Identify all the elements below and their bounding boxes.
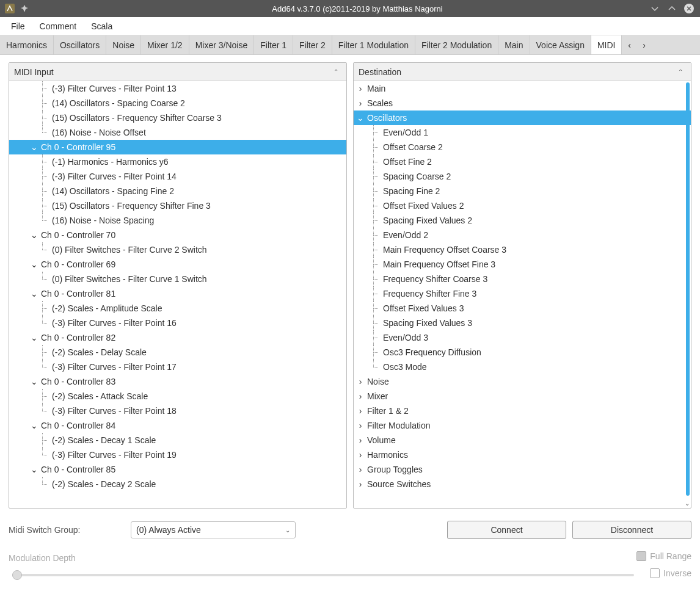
- tree-item[interactable]: Offset Fixed Values 2: [365, 198, 691, 213]
- tree-item[interactable]: Offset Fixed Values 3: [365, 301, 691, 316]
- chevron-right-icon[interactable]: ›: [356, 99, 365, 107]
- tree-item[interactable]: ⌄Ch 0 - Controller 84: [9, 418, 346, 433]
- tree-item[interactable]: Offset Coarse 2: [365, 140, 691, 154]
- tree-item[interactable]: ⌄Ch 0 - Controller 69: [9, 257, 346, 272]
- inverse-checkbox[interactable]: [650, 568, 660, 578]
- tree-item[interactable]: ⌄Ch 0 - Controller 85: [9, 462, 346, 477]
- menu-scala[interactable]: Scala: [84, 19, 120, 34]
- tree-item[interactable]: (-3) Filter Curves - Filter Point 14: [9, 169, 346, 184]
- destination-tree[interactable]: ›Main›Scales⌄OscillatorsEven/Odd 1Offset…: [354, 81, 691, 491]
- tab-main[interactable]: Main: [498, 35, 530, 54]
- tree-item[interactable]: (-3) Filter Curves - Filter Point 18: [9, 404, 346, 418]
- tree-item[interactable]: ›Main: [354, 81, 691, 96]
- tree-item[interactable]: ⌄Ch 0 - Controller 81: [9, 286, 346, 301]
- tree-item[interactable]: ›Filter Modulation: [354, 418, 691, 433]
- chevron-right-icon[interactable]: ›: [356, 421, 365, 430]
- chevron-down-icon[interactable]: ⌄: [30, 333, 38, 342]
- tree-item[interactable]: (-2) Scales - Delay Scale: [9, 345, 346, 360]
- chevron-right-icon[interactable]: ›: [356, 465, 365, 474]
- scroll-up-icon[interactable]: ⌃: [675, 68, 686, 75]
- tree-item[interactable]: ›Group Toggles: [354, 462, 691, 477]
- tree-item[interactable]: ⌄Ch 0 - Controller 82: [9, 330, 346, 345]
- tree-item[interactable]: (-2) Scales - Decay 2 Scale: [9, 477, 346, 491]
- scroll-down-icon[interactable]: ⌄: [684, 498, 691, 508]
- tree-item[interactable]: Frequency Shifter Fine 3: [365, 286, 691, 301]
- tree-item[interactable]: ›Filter 1 & 2: [354, 404, 691, 418]
- tab-mixer-3-noise[interactable]: Mixer 3/Noise: [189, 35, 255, 54]
- tree-item[interactable]: (16) Noise - Noise Offset: [9, 125, 346, 140]
- tree-item[interactable]: ›Mixer: [354, 389, 691, 404]
- chevron-down-icon[interactable]: ⌄: [30, 421, 38, 430]
- tree-item[interactable]: Spacing Fine 2: [365, 184, 691, 198]
- tab-scroll-right[interactable]: ›: [636, 35, 651, 54]
- tree-item[interactable]: Spacing Fixed Values 2: [365, 213, 691, 228]
- tree-item[interactable]: Even/Odd 1: [365, 125, 691, 140]
- tree-item[interactable]: (14) Oscillators - Spacing Fine 2: [9, 184, 346, 198]
- chevron-down-icon[interactable]: ⌄: [30, 260, 38, 269]
- tree-item[interactable]: ›Volume: [354, 433, 691, 447]
- midi-input-tree[interactable]: (-3) Filter Curves - Filter Point 13(14)…: [9, 81, 346, 491]
- chevron-down-icon[interactable]: ⌄: [30, 289, 38, 298]
- tab-filter-2[interactable]: Filter 2: [293, 35, 332, 54]
- close-button[interactable]: [683, 2, 695, 15]
- tab-voice-assign[interactable]: Voice Assign: [530, 35, 591, 54]
- tab-filter-2-modulation[interactable]: Filter 2 Modulation: [415, 35, 498, 54]
- tree-item[interactable]: ⌄Oscillators: [354, 110, 691, 125]
- chevron-down-icon[interactable]: ⌄: [30, 465, 38, 474]
- tree-item[interactable]: Offset Fine 2: [365, 154, 691, 169]
- chevron-right-icon[interactable]: ›: [356, 377, 365, 386]
- tab-midi[interactable]: MIDI: [591, 35, 622, 54]
- tree-item[interactable]: Spacing Fixed Values 3: [365, 316, 691, 330]
- tree-item[interactable]: Osc3 Frequency Diffusion: [365, 345, 691, 360]
- tree-item[interactable]: ⌄Ch 0 - Controller 83: [9, 374, 346, 389]
- tree-item[interactable]: (-3) Filter Curves - Filter Point 17: [9, 360, 346, 374]
- tree-item[interactable]: (15) Oscillators - Frequency Shifter Fin…: [9, 198, 346, 213]
- tree-item[interactable]: ⌄Ch 0 - Controller 70: [9, 228, 346, 242]
- tab-scroll-left[interactable]: ‹: [622, 35, 636, 54]
- tree-item[interactable]: ›Scales: [354, 96, 691, 110]
- tree-item[interactable]: (-1) Harmonics - Harmonics y6: [9, 154, 346, 169]
- tree-item[interactable]: Spacing Coarse 2: [365, 169, 691, 184]
- tree-item[interactable]: Even/Odd 2: [365, 228, 691, 242]
- tree-item[interactable]: (0) Filter Switches - Filter Curve 1 Swi…: [9, 272, 346, 286]
- pin-icon[interactable]: [20, 4, 29, 13]
- maximize-button[interactable]: [666, 2, 678, 15]
- tree-item[interactable]: (-2) Scales - Decay 1 Scale: [9, 433, 346, 447]
- modulation-depth-slider[interactable]: [12, 574, 634, 576]
- tab-harmonics[interactable]: Harmonics: [0, 35, 54, 54]
- tree-item[interactable]: (-2) Scales - Amplitude Scale: [9, 301, 346, 316]
- tree-item[interactable]: (0) Filter Switches - Filter Curve 2 Swi…: [9, 242, 346, 257]
- tree-item[interactable]: Frequency Shifter Coarse 3: [365, 272, 691, 286]
- tree-item[interactable]: (-3) Filter Curves - Filter Point 19: [9, 447, 346, 462]
- tab-oscillators[interactable]: Oscillators: [54, 35, 106, 54]
- menu-comment[interactable]: Comment: [32, 19, 84, 34]
- tree-item[interactable]: (-3) Filter Curves - Filter Point 16: [9, 316, 346, 330]
- menu-file[interactable]: File: [4, 19, 32, 34]
- chevron-right-icon[interactable]: ›: [356, 436, 365, 444]
- slider-thumb[interactable]: [12, 570, 22, 580]
- tree-item[interactable]: Main Frequency Offset Fine 3: [365, 257, 691, 272]
- tree-item[interactable]: ⌄Ch 0 - Controller 95: [9, 140, 346, 154]
- tree-item[interactable]: ›Harmonics: [354, 447, 691, 462]
- tree-item[interactable]: Osc3 Mode: [365, 360, 691, 374]
- tree-item[interactable]: Even/Odd 3: [365, 330, 691, 345]
- scroll-up-icon[interactable]: ⌃: [330, 68, 341, 75]
- tree-item[interactable]: ›Source Switches: [354, 477, 691, 491]
- connect-button[interactable]: Connect: [447, 521, 566, 539]
- tree-item[interactable]: (-3) Filter Curves - Filter Point 13: [9, 81, 346, 96]
- switch-group-select[interactable]: (0) Always Active ⌄: [131, 521, 296, 538]
- tab-filter-1-modulation[interactable]: Filter 1 Modulation: [332, 35, 415, 54]
- tab-noise[interactable]: Noise: [106, 35, 141, 54]
- tab-mixer-1-2[interactable]: Mixer 1/2: [141, 35, 189, 54]
- tree-item[interactable]: ›Noise: [354, 374, 691, 389]
- tree-item[interactable]: Main Frequency Offset Coarse 3: [365, 242, 691, 257]
- chevron-right-icon[interactable]: ›: [356, 84, 365, 93]
- tree-item[interactable]: (16) Noise - Noise Spacing: [9, 213, 346, 228]
- disconnect-button[interactable]: Disconnect: [572, 521, 691, 539]
- chevron-down-icon[interactable]: ⌄: [30, 231, 38, 239]
- chevron-right-icon[interactable]: ›: [356, 451, 365, 459]
- chevron-down-icon[interactable]: ⌄: [356, 114, 365, 122]
- scrollbar[interactable]: [686, 82, 690, 496]
- chevron-down-icon[interactable]: ⌄: [30, 143, 38, 151]
- chevron-right-icon[interactable]: ›: [356, 407, 365, 415]
